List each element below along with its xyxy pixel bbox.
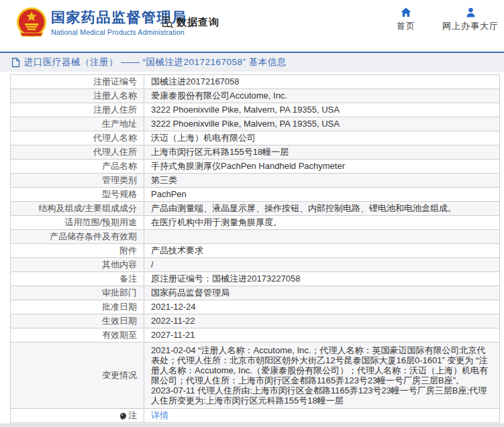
row-value: 爱康泰股份有限公司Accutome, Inc. [144, 89, 500, 103]
row-label: 注册人住所 [11, 103, 144, 117]
registration-info-table-wrap: 注册证编号国械注进20172167058注册人名称爱康泰股份有限公司Accuto… [10, 74, 494, 423]
table-row: 管理类别第三类 [11, 174, 500, 188]
table-row: 型号规格PachPen [11, 188, 500, 202]
row-value: / [144, 258, 500, 272]
row-label: 批准日期 [11, 300, 144, 314]
nav-item-service-hall[interactable]: 网上办事大厅 [442, 7, 499, 32]
nav-service-hall-label: 网上办事大厅 [442, 20, 499, 32]
breadcrumb: 进口医疗器械（注册） —— “国械注进20172167058” 基本信息 [0, 52, 504, 72]
top-navigation: 首页 网上办事大厅 [389, 7, 499, 32]
row-value: 手持式角膜测厚仪PachPen Handheld Pachymeter [144, 160, 500, 174]
table-row: 代理人名称沃迈（上海）机电有限公司 [11, 131, 500, 145]
table-row: 产品储存条件及有效期 [11, 230, 500, 244]
row-value: 2021-12-24 [144, 300, 500, 314]
row-label: 代理人名称 [11, 131, 144, 145]
row-value: 原注册证编号：国械注进20173227058 [144, 272, 500, 286]
row-value: 2022-11-22 [144, 314, 500, 328]
row-value: 3222 Phoenixville Pike, Malvern, PA 1935… [144, 103, 500, 117]
table-row: 变更情况2021-02-04 “注册人名称：Accutome, Inc.；代理人… [11, 343, 500, 409]
row-value: 沃迈（上海）机电有限公司 [144, 131, 500, 145]
home-icon [401, 7, 411, 17]
detail-link[interactable]: 详情 [151, 410, 168, 420]
row-value: 上海市闵行区元科路155号18幢一层 [144, 145, 500, 160]
table-row: 生产地址3222 Phoenixville Pike, Malvern, PA … [11, 117, 500, 131]
row-value: 详情 [144, 409, 500, 423]
document-search-icon [161, 16, 174, 29]
agency-name-en: National Medical Products Administration [51, 28, 187, 36]
nav-item-home[interactable]: 首页 [389, 7, 423, 32]
national-emblem-icon [16, 6, 47, 40]
row-label: 注 [11, 409, 144, 423]
page-icon [11, 58, 20, 68]
table-row: 结构及组成/主要组成成分产品由测量端、液晶显示屏、操作按钮、内部控制电路、锂电池… [11, 202, 500, 216]
site-header: 国家药品监督管理局 National Medical Products Admi… [0, 0, 504, 52]
row-value: 2027-11-21 [144, 328, 500, 343]
table-row: 注册人住所3222 Phoenixville Pike, Malvern, PA… [11, 103, 500, 117]
row-value [144, 230, 500, 244]
table-row: 其他内容/ [11, 258, 500, 272]
note-icon [120, 413, 126, 419]
table-row: 注详情 [11, 409, 500, 423]
row-label: 附件 [11, 244, 144, 258]
table-row: 备注原注册证编号：国械注进20173227058 [11, 272, 500, 286]
page: 国家药品监督管理局 National Medical Products Admi… [0, 0, 504, 427]
row-label: 生产地址 [11, 117, 144, 131]
row-label: 注册证编号 [11, 75, 144, 89]
row-label: 有效期至 [11, 328, 144, 343]
change-record: 2021-02-04 “注册人名称：Accutome, Inc.；代理人名称：英… [151, 345, 493, 385]
row-label: 管理类别 [11, 174, 144, 188]
person-icon [466, 7, 476, 17]
table-row: 注册人名称爱康泰股份有限公司Accutome, Inc. [11, 89, 500, 103]
row-value: 国械注进20172167058 [144, 75, 500, 89]
row-label: 产品名称 [11, 160, 144, 174]
data-query-button[interactable]: 数据查询 [161, 16, 219, 29]
row-value: 国家药品监督管理局 [144, 286, 500, 300]
table-row: 有效期至2027-11-21 [11, 328, 500, 343]
table-row: 生效日期2022-11-22 [11, 314, 500, 328]
row-label: 审批部门 [11, 286, 144, 300]
row-label: 代理人住所 [11, 145, 144, 160]
change-record: 2023-07-11 代理人住所由:上海市闵行区金都路1165弄123号23幢一… [151, 385, 493, 406]
row-value: 产品由测量端、液晶显示屏、操作按钮、内部控制电路、锂电池和电池盒组成。 [144, 202, 500, 216]
row-label: 注册人名称 [11, 89, 144, 103]
footer-strip [0, 424, 504, 427]
row-label: 其他内容 [11, 258, 144, 272]
row-label: 产品储存条件及有效期 [11, 230, 144, 244]
nav-home-label: 首页 [397, 20, 415, 32]
row-label: 适用范围/预期用途 [11, 216, 144, 230]
table-row: 注册证编号国械注进20172167058 [11, 75, 500, 89]
breadcrumb-text: 进口医疗器械（注册） —— “国械注进20172167058” 基本信息 [24, 56, 287, 68]
table-row: 附件产品技术要求 [11, 244, 500, 258]
row-value: 第三类 [144, 174, 500, 188]
row-value: 在医疗机构中用于测量角膜厚度。 [144, 216, 500, 230]
row-value: PachPen [144, 188, 500, 202]
table-row: 代理人住所上海市闵行区元科路155号18幢一层 [11, 145, 500, 160]
table-row: 产品名称手持式角膜测厚仪PachPen Handheld Pachymeter [11, 160, 500, 174]
row-value: 3222 Phoenixville Pike, Malvern, PA 1935… [144, 117, 500, 131]
row-value: 2021-02-04 “注册人名称：Accutome, Inc.；代理人名称：英… [144, 343, 500, 409]
row-label: 生效日期 [11, 314, 144, 328]
data-query-label: 数据查询 [177, 16, 219, 29]
row-label: 变更情况 [11, 343, 144, 409]
table-row: 适用范围/预期用途在医疗机构中用于测量角膜厚度。 [11, 216, 500, 230]
registration-info-table: 注册证编号国械注进20172167058注册人名称爱康泰股份有限公司Accuto… [10, 74, 500, 423]
table-row: 批准日期2021-12-24 [11, 300, 500, 314]
row-value: 产品技术要求 [144, 244, 500, 258]
row-label: 备注 [11, 272, 144, 286]
row-label: 结构及组成/主要组成成分 [11, 202, 144, 216]
table-row: 审批部门国家药品监督管理局 [11, 286, 500, 300]
row-label: 型号规格 [11, 188, 144, 202]
